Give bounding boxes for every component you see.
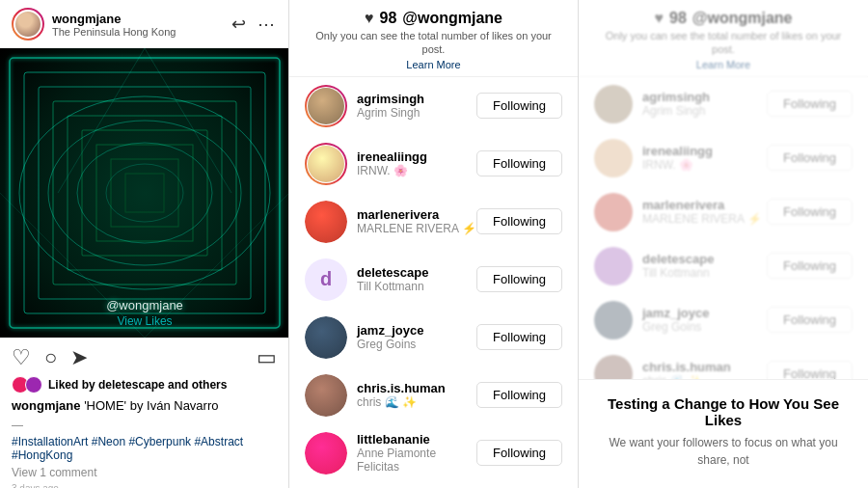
like-item-left: agrimsingh Agrim Singh bbox=[305, 85, 424, 127]
user-info: wongmjane The Peninsula Hong Kong bbox=[52, 12, 176, 38]
change-notice-text: We want your followers to focus on what … bbox=[598, 434, 849, 469]
image-username: @wongmjane bbox=[106, 298, 183, 312]
like-avatar[interactable] bbox=[305, 201, 347, 243]
likes-count: 98 bbox=[380, 10, 397, 27]
liked-by: Liked by deletescape and others bbox=[12, 376, 277, 393]
post-image: @wongmjane View Likes bbox=[0, 48, 289, 338]
like-icon[interactable]: ♡ bbox=[12, 345, 31, 370]
right-panel: ♥ 98 @wongmjane Only you can see the tot… bbox=[579, 0, 868, 488]
like-avatar[interactable] bbox=[305, 316, 347, 359]
like-item-left: chris.is.human chris 🌊 ✨ bbox=[305, 374, 446, 417]
following-button[interactable]: Following bbox=[476, 440, 562, 466]
like-username[interactable]: irenealiingg bbox=[357, 149, 427, 164]
bookmark-icon[interactable]: ▭ bbox=[257, 345, 277, 370]
like-username[interactable]: deletescape bbox=[357, 265, 428, 280]
like-item-left: jamz_joyce Greg Goins bbox=[305, 316, 423, 359]
post-image-overlay: @wongmjane View Likes bbox=[0, 48, 289, 338]
like-username[interactable]: chris.is.human bbox=[357, 381, 446, 395]
likes-private-text: Only you can see the total number of lik… bbox=[305, 29, 562, 57]
post-username[interactable]: wongmjane bbox=[52, 12, 176, 26]
like-username[interactable]: agrimsingh bbox=[357, 92, 424, 106]
like-name: Greg Goins bbox=[357, 338, 423, 351]
following-button[interactable]: Following bbox=[476, 266, 562, 292]
like-avatar[interactable] bbox=[305, 374, 347, 417]
like-name: IRNW. 🌸 bbox=[357, 164, 427, 177]
left-panel: wongmjane The Peninsula Hong Kong ↩ ⋯ bbox=[0, 0, 289, 488]
like-item: agrimsingh Agrim Singh Following bbox=[289, 77, 578, 135]
post-header-right: ↩ ⋯ bbox=[230, 12, 277, 37]
like-item: d deletescape Till Kottmann Following bbox=[289, 251, 578, 309]
post-actions-left: ♡ ○ ➤ bbox=[12, 345, 88, 370]
middle-panel: ♥ 98 @wongmjane Only you can see the tot… bbox=[289, 0, 579, 488]
following-button[interactable]: Following bbox=[476, 93, 562, 119]
following-button[interactable]: Following bbox=[476, 382, 562, 408]
share-icon[interactable]: ➤ bbox=[70, 345, 88, 370]
post-hashtags: #InstallationArt #Neon #Cyberpunk #Abstr… bbox=[12, 435, 277, 462]
like-item: littlebananie Anne Piamonte Felicitas Fo… bbox=[289, 424, 578, 482]
following-button[interactable]: Following bbox=[476, 208, 562, 234]
like-name: Anne Piamonte Felicitas bbox=[357, 447, 476, 474]
liked-avatars bbox=[12, 376, 42, 393]
view-comment[interactable]: View 1 comment bbox=[12, 466, 277, 479]
comment-icon[interactable]: ○ bbox=[44, 345, 57, 370]
like-item: chris.is.human chris 🌊 ✨ Following bbox=[289, 366, 578, 424]
like-username[interactable]: littlebananie bbox=[357, 432, 476, 447]
more-options-button[interactable]: ⋯ bbox=[256, 12, 277, 37]
like-item-left: irenealiingg IRNW. 🌸 bbox=[305, 143, 427, 185]
liked-text: Liked by deletescape and others bbox=[48, 378, 227, 392]
like-item-left: littlebananie Anne Piamonte Felicitas bbox=[305, 432, 476, 474]
like-avatar[interactable] bbox=[305, 143, 347, 185]
liked-avatar-2 bbox=[25, 376, 42, 393]
like-username[interactable]: jamz_joyce bbox=[357, 323, 423, 338]
like-info: jamz_joyce Greg Goins bbox=[357, 323, 423, 351]
post-header-left: wongmjane The Peninsula Hong Kong bbox=[12, 8, 176, 41]
like-info: chris.is.human chris 🌊 ✨ bbox=[357, 381, 446, 409]
like-item: irenealiingg IRNW. 🌸 Following bbox=[289, 135, 578, 193]
post-location: The Peninsula Hong Kong bbox=[52, 26, 176, 38]
likes-count-row: ♥ 98 @wongmjane bbox=[305, 10, 562, 27]
likes-username: @wongmjane bbox=[402, 10, 502, 27]
back-button[interactable]: ↩ bbox=[230, 12, 248, 37]
like-info: marlenerivera MARLENE RIVERA ⚡ bbox=[357, 207, 476, 235]
like-item: notmikesosa Mike Sosa Following bbox=[289, 482, 578, 488]
post-time: 3 days ago bbox=[12, 483, 277, 488]
post-actions: ♡ ○ ➤ ▭ bbox=[0, 338, 288, 374]
like-info: deletescape Till Kottmann bbox=[357, 265, 428, 293]
like-item: jamz_joyce Greg Goins Following bbox=[289, 309, 578, 366]
like-avatar[interactable] bbox=[305, 85, 347, 127]
like-name: Agrim Singh bbox=[357, 106, 424, 120]
like-avatar[interactable] bbox=[305, 432, 347, 474]
like-name: chris 🌊 ✨ bbox=[357, 395, 446, 409]
post-caption: wongmjane 'HOME' by Iván Navarro bbox=[12, 397, 277, 415]
like-item-left: d deletescape Till Kottmann bbox=[305, 258, 428, 301]
like-username[interactable]: marlenerivera bbox=[357, 207, 476, 222]
learn-more-link[interactable]: Learn More bbox=[305, 59, 562, 70]
like-item: marlenerivera MARLENE RIVERA ⚡ Following bbox=[289, 193, 578, 251]
post-header: wongmjane The Peninsula Hong Kong ↩ ⋯ bbox=[0, 0, 288, 48]
like-info: littlebananie Anne Piamonte Felicitas bbox=[357, 432, 476, 474]
change-notice: Testing a Change to How You See Likes We… bbox=[579, 379, 868, 488]
post-footer: Liked by deletescape and others wongmjan… bbox=[0, 374, 288, 488]
change-notice-title: Testing a Change to How You See Likes bbox=[598, 395, 849, 428]
heart-icon: ♥ bbox=[365, 10, 374, 27]
likes-list: agrimsingh Agrim Singh Following ireneal… bbox=[289, 77, 578, 488]
like-item-left: marlenerivera MARLENE RIVERA ⚡ bbox=[305, 201, 476, 243]
like-info: agrimsingh Agrim Singh bbox=[357, 92, 424, 120]
like-name: MARLENE RIVERA ⚡ bbox=[357, 222, 476, 235]
like-name: Till Kottmann bbox=[357, 280, 428, 293]
like-info: irenealiingg IRNW. 🌸 bbox=[357, 149, 427, 177]
view-likes-link[interactable]: View Likes bbox=[117, 314, 172, 328]
likes-header: ♥ 98 @wongmjane Only you can see the tot… bbox=[289, 0, 578, 77]
following-button[interactable]: Following bbox=[476, 150, 562, 176]
separator: — bbox=[12, 419, 277, 432]
avatar[interactable] bbox=[12, 8, 44, 41]
following-button[interactable]: Following bbox=[476, 324, 562, 350]
